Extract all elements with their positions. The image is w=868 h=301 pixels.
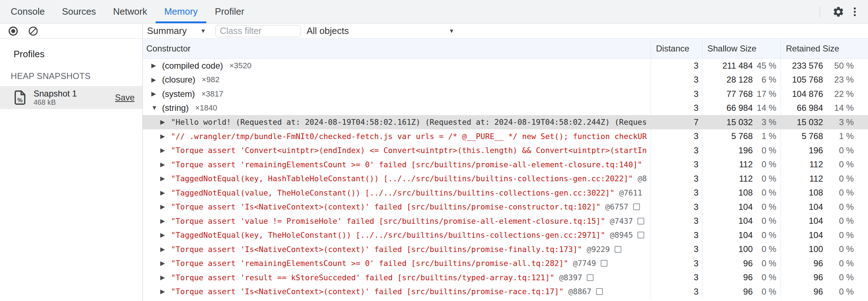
object-id: @9229	[587, 245, 610, 254]
expand-triangle-icon[interactable]: ▶	[160, 189, 171, 197]
table-row[interactable]: ▶"Torque assert 'value != PromiseHole' f…	[143, 214, 868, 228]
table-row[interactable]: ▶(compiled code)×35203211 48445 %233 576…	[143, 59, 868, 73]
size-percent: 0 %	[753, 244, 776, 254]
size-percent: 0 %	[823, 159, 854, 169]
expand-triangle-icon[interactable]: ▶	[160, 203, 171, 211]
record-button[interactable]	[5, 23, 21, 39]
expand-triangle-icon[interactable]: ▶	[160, 246, 171, 253]
expand-triangle-icon[interactable]: ▶	[160, 231, 171, 239]
class-filter-input[interactable]	[215, 25, 301, 37]
size-percent: 0 %	[753, 258, 776, 268]
expand-triangle-icon[interactable]: ▶	[160, 133, 171, 140]
expand-triangle-icon[interactable]: ▶	[160, 118, 171, 126]
table-row[interactable]: ▶"// .wrangler/tmp/bundle-FmNIt0/checked…	[143, 129, 868, 144]
size-value: 15 032	[797, 117, 823, 127]
string-value: "TaggedNotEqual(value, TheHoleConstant()…	[171, 188, 615, 197]
expand-triangle-icon[interactable]: ▶	[151, 76, 162, 84]
constructor-group-label: (closure)	[162, 75, 195, 85]
table-row[interactable]: ▶"TaggedNotEqual(value, TheHoleConstant(…	[143, 186, 868, 200]
expand-triangle-icon[interactable]: ▶	[160, 161, 171, 168]
size-value: 112	[809, 174, 823, 184]
distance-cell: 3	[651, 200, 702, 214]
expand-triangle-icon[interactable]: ▶	[160, 274, 171, 281]
tab-network[interactable]: Network	[105, 0, 156, 23]
distance-cell: 3	[651, 242, 702, 257]
box-icon[interactable]	[587, 274, 594, 281]
expand-triangle-icon[interactable]: ▶	[160, 147, 171, 154]
tab-profiler[interactable]: Profiler	[206, 0, 253, 23]
box-icon[interactable]	[596, 288, 603, 295]
size-value: 96	[743, 287, 753, 297]
shallow-size-column-header[interactable]: Shallow Size	[702, 39, 781, 58]
clear-profiles-button[interactable]	[25, 23, 41, 39]
instance-count: ×1840	[195, 103, 217, 113]
table-row[interactable]: ▶"Torque assert 'Is<NativeContext>(conte…	[143, 242, 868, 257]
snapshot-toolbar: Summary ▼ All objects ▼	[143, 24, 868, 39]
retained-size-cell: 960 %	[781, 271, 868, 285]
more-options-button[interactable]	[847, 4, 863, 20]
expand-triangle-icon[interactable]: ▶	[160, 260, 171, 267]
box-icon[interactable]	[637, 232, 644, 238]
box-icon[interactable]	[601, 260, 607, 267]
profiles-toolbar	[0, 24, 142, 39]
expand-triangle-icon[interactable]: ▶	[160, 175, 171, 182]
size-value: 96	[813, 272, 823, 282]
shallow-size-cell: 5 7681 %	[702, 129, 781, 144]
size-value: 66 984	[797, 103, 823, 113]
tab-console[interactable]: Console	[2, 0, 53, 23]
table-row[interactable]: ▶"TaggedNotEqual(key, HashTableHoleConst…	[143, 172, 868, 186]
distance-cell: 3	[651, 101, 702, 115]
tab-sources[interactable]: Sources	[53, 0, 104, 23]
heap-snapshot-item[interactable]: % Snapshot 1 468 kB Save	[0, 86, 142, 109]
table-row[interactable]: ▶"Torque assert 'remainingElementsCount …	[143, 158, 868, 172]
shallow-size-cell: 960 %	[702, 271, 781, 285]
constructor-cell: ▶"TaggedNotEqual(value, TheHoleConstant(…	[143, 186, 651, 200]
shallow-size-cell: 1080 %	[702, 186, 781, 200]
table-row[interactable]: ▶"Torque assert 'Is<NativeContext>(conte…	[143, 200, 868, 214]
constructor-cell: ▶(compiled code)×3520	[143, 59, 651, 73]
expand-triangle-icon[interactable]: ▶	[151, 62, 162, 69]
distance-cell: 3	[651, 143, 702, 158]
save-snapshot-link[interactable]: Save	[115, 93, 135, 103]
string-value: "Torque assert 'value != PromiseHole' fa…	[171, 217, 605, 226]
expand-triangle-icon[interactable]: ▶	[151, 90, 162, 98]
retained-size-cell: 15 0323 %	[781, 115, 868, 129]
retained-size-column-header[interactable]: Retained Size	[781, 39, 868, 58]
retained-size-cell: 104 87622 %	[781, 87, 868, 101]
table-row[interactable]: ▶"Hello world! (Requested at: 2024-08-19…	[143, 115, 868, 129]
constructor-cell: ▶"Torque assert 'result == kStoreSuccede…	[143, 271, 651, 285]
tab-memory[interactable]: Memory	[156, 0, 206, 23]
object-filter-select[interactable]: All objects ▼	[307, 25, 456, 36]
string-value: "// .wrangler/tmp/bundle-FmNIt0/checked-…	[171, 132, 647, 141]
shallow-size-cell: 1120 %	[702, 172, 781, 186]
size-value: 15 032	[727, 117, 753, 127]
devtools-tabbar: ConsoleSourcesNetworkMemoryProfiler	[0, 0, 868, 24]
retained-size-cell: 5 7681 %	[781, 129, 868, 144]
box-icon[interactable]	[633, 203, 640, 210]
table-row[interactable]: ▶"Torque assert 'remainingElementsCount …	[143, 256, 868, 271]
table-row[interactable]: ▶"Torque assert 'Convert<uintptr>(endInd…	[143, 143, 868, 158]
size-value: 28 128	[727, 75, 753, 85]
table-row[interactable]: ▶"Torque assert 'Is<NativeContext>(conte…	[143, 285, 868, 299]
box-icon[interactable]	[637, 218, 644, 224]
size-percent: 50 %	[823, 61, 854, 71]
settings-button[interactable]	[830, 4, 847, 20]
table-row[interactable]: ▶(closure)×982328 1286 %105 76823 %	[143, 73, 868, 87]
collapse-triangle-icon[interactable]: ▼	[151, 104, 162, 112]
size-value: 104	[809, 216, 823, 226]
tab-label: Network	[113, 6, 147, 17]
expand-triangle-icon[interactable]: ▶	[160, 288, 171, 295]
size-value: 66 984	[727, 103, 753, 113]
table-row[interactable]: ▶"Torque assert 'result == kStoreSuccede…	[143, 271, 868, 285]
box-icon[interactable]	[615, 246, 621, 253]
table-row[interactable]: ▶"TaggedNotEqual(key, TheHoleConstant())…	[143, 228, 868, 242]
size-percent: 0 %	[753, 188, 776, 198]
expand-triangle-icon[interactable]: ▶	[160, 217, 171, 225]
size-value: 211 484	[722, 61, 753, 71]
retained-size-cell: 1040 %	[781, 228, 868, 242]
distance-column-header[interactable]: Distance	[651, 39, 702, 58]
constructor-column-header[interactable]: Constructor	[143, 44, 651, 54]
table-row[interactable]: ▶(system)×3817377 76817 %104 87622 %	[143, 87, 868, 101]
table-row[interactable]: ▼(string)×1840366 98414 %66 98414 %	[143, 101, 868, 115]
perspective-select[interactable]: Summary ▼	[147, 25, 206, 36]
